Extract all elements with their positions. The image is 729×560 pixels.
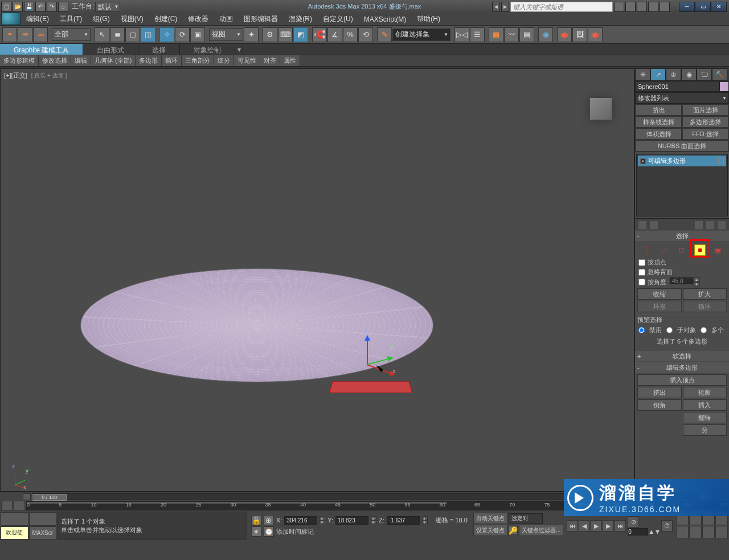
- menu-modifiers[interactable]: 修改器: [183, 13, 213, 26]
- radio-subobj[interactable]: [666, 327, 673, 333]
- maxscript-mini-listener[interactable]: [1, 512, 28, 526]
- max-toggle-icon[interactable]: [715, 526, 728, 538]
- subobj-element-icon[interactable]: ▣: [712, 244, 723, 256]
- prev-frame-icon[interactable]: ◀: [579, 520, 590, 532]
- key-filter-button[interactable]: 关键点过滤器...: [519, 525, 563, 536]
- track-lock-icon[interactable]: [14, 501, 25, 511]
- exchange-icon[interactable]: [625, 2, 636, 12]
- time-config-icon[interactable]: ⏱: [661, 520, 673, 532]
- menu-views[interactable]: 视图(V): [116, 13, 148, 26]
- btn-extrude[interactable]: 挤出: [636, 104, 682, 116]
- stack-toggle-icon[interactable]: [718, 158, 724, 164]
- object-name-input[interactable]: [635, 81, 719, 92]
- remove-modifier-icon[interactable]: [706, 221, 714, 229]
- viewport[interactable]: [+][正交] [ 真实 + 边面 ] z y x z y x: [0, 68, 634, 492]
- viewport-mode-label[interactable]: [+][正交]: [4, 72, 27, 79]
- set-key-button[interactable]: 设置关键点: [473, 525, 507, 536]
- y-input[interactable]: [335, 516, 368, 525]
- view-cube[interactable]: [584, 92, 618, 126]
- binoculars-icon[interactable]: [614, 2, 624, 12]
- schematic-icon[interactable]: ▤: [519, 27, 534, 42]
- check-by-vertex[interactable]: 按顶点: [637, 257, 727, 267]
- project-icon[interactable]: ⌂: [58, 2, 68, 12]
- menu-group[interactable]: 组(G): [88, 13, 114, 26]
- spinner-snap-icon[interactable]: ⟲: [358, 27, 373, 42]
- btn-edit-inset[interactable]: 插入: [683, 399, 727, 411]
- next-frame-icon[interactable]: ▶: [603, 520, 614, 532]
- btn-edit-outline[interactable]: 轮廓: [683, 387, 727, 398]
- render-icon[interactable]: 🫖: [588, 27, 603, 42]
- pin-stack-icon[interactable]: [638, 221, 646, 229]
- radio-multiple[interactable]: [701, 327, 707, 333]
- maxscript-button[interactable]: MAXScr: [29, 526, 57, 540]
- auto-key-button[interactable]: 自动关键点: [473, 513, 507, 524]
- x-input[interactable]: [284, 516, 317, 525]
- angle-spinner[interactable]: ▲▼: [670, 277, 726, 287]
- sign-in-icon[interactable]: [648, 2, 658, 12]
- btn-edit-flip[interactable]: 翻转: [683, 412, 727, 423]
- tab-object-paint[interactable]: 对象绘制: [180, 44, 235, 55]
- expand-icon[interactable]: ▪: [640, 158, 646, 164]
- subobj-edge-icon[interactable]: ⟋: [658, 244, 670, 256]
- undo-icon[interactable]: ↶: [35, 2, 46, 12]
- panel-tris[interactable]: 三角剖分: [182, 55, 214, 66]
- help-icon[interactable]: [660, 2, 670, 12]
- radio-disable[interactable]: [638, 327, 645, 333]
- btn-insert-vertex[interactable]: 插入顶点: [637, 374, 727, 386]
- minimize-button[interactable]: ─: [679, 2, 695, 12]
- edit-named-sel-icon[interactable]: ✎: [377, 27, 392, 42]
- panel-edit[interactable]: 编辑: [71, 55, 91, 66]
- goto-start-icon[interactable]: ⏮: [567, 520, 578, 532]
- search-input[interactable]: [510, 2, 613, 12]
- btn-poly-sel[interactable]: 多边形选择: [682, 116, 728, 128]
- subobj-vertex-icon[interactable]: ⋮: [641, 244, 652, 256]
- btn-grow[interactable]: 扩大: [683, 288, 727, 300]
- named-selection-dropdown[interactable]: 创建选择集: [392, 28, 450, 41]
- menu-maxscript[interactable]: MAXScript(M): [359, 14, 411, 25]
- select-rect-icon[interactable]: ◻: [125, 27, 140, 42]
- render-setup-icon[interactable]: 🫖: [557, 27, 572, 42]
- selection-filter-dropdown[interactable]: 全部: [52, 28, 91, 41]
- align-icon[interactable]: ☰: [470, 27, 485, 42]
- btn-vol-sel[interactable]: 体积选择: [636, 128, 682, 140]
- history-fwd-icon[interactable]: ►: [501, 2, 509, 12]
- move-tool-icon[interactable]: ✥: [159, 27, 174, 42]
- material-editor-icon[interactable]: ◉: [538, 27, 553, 42]
- pan-icon[interactable]: [689, 526, 702, 538]
- menu-tools[interactable]: 工具(T): [55, 13, 87, 26]
- check-by-angle[interactable]: 按角度: ▲▼: [637, 277, 727, 287]
- tab-graphite[interactable]: Graphite 建模工具: [0, 44, 83, 55]
- btn-edit-divide[interactable]: 分: [683, 424, 727, 436]
- rollout-soft-header[interactable]: +软选择: [635, 351, 729, 361]
- tab-display-icon[interactable]: 🖵: [697, 68, 712, 81]
- percent-snap-icon[interactable]: %: [343, 27, 358, 42]
- tab-modify-icon[interactable]: ↗: [650, 68, 666, 81]
- close-button[interactable]: ✕: [711, 2, 727, 12]
- rotate-tool-icon[interactable]: ⟳: [175, 27, 190, 42]
- manipulate-icon[interactable]: ⚙: [263, 27, 277, 42]
- play-icon[interactable]: ▶: [591, 520, 602, 532]
- select-icon[interactable]: ↖: [95, 27, 109, 42]
- mirror-icon[interactable]: ▷◁: [454, 27, 469, 42]
- menu-edit[interactable]: 编辑(E): [22, 13, 54, 26]
- tab-utilities-icon[interactable]: 🔨: [712, 68, 727, 81]
- btn-nurbs-sel[interactable]: NURBS 曲面选择: [636, 140, 728, 152]
- viewport-shading-label[interactable]: [ 真实 + 边面 ]: [31, 72, 67, 79]
- stack-item-editable-poly[interactable]: ▪ 可编辑多边形: [638, 156, 726, 166]
- panel-loops[interactable]: 循环: [162, 55, 182, 66]
- curve-editor-icon[interactable]: 〰: [504, 27, 519, 42]
- tab-freeform[interactable]: 自由形式: [83, 44, 138, 55]
- snap-2d-icon[interactable]: ◩: [293, 27, 308, 42]
- walk-icon[interactable]: [702, 526, 715, 538]
- menu-animation[interactable]: 动画: [215, 13, 237, 26]
- new-file-icon[interactable]: ▢: [1, 2, 11, 12]
- snap-3-icon[interactable]: 3🧲: [312, 27, 327, 42]
- rollout-selection-header[interactable]: -选择: [635, 231, 729, 241]
- make-unique-icon[interactable]: [695, 221, 703, 229]
- btn-shrink[interactable]: 收缩: [637, 288, 682, 300]
- key-mode-icon[interactable]: ⊘: [628, 516, 639, 528]
- key-icon[interactable]: 🔑: [509, 526, 518, 535]
- current-frame-input[interactable]: [628, 528, 648, 536]
- menu-create[interactable]: 创建(C): [150, 13, 182, 26]
- btn-loop[interactable]: 循环: [683, 301, 727, 312]
